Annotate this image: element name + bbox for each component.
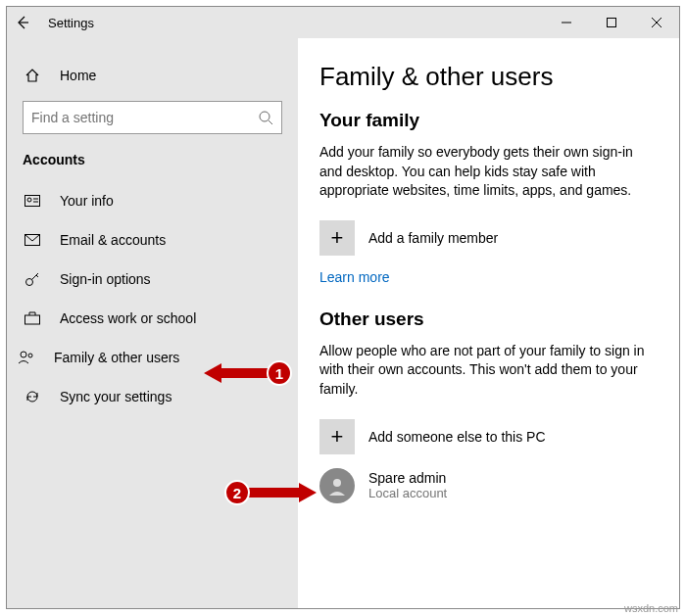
badge-icon xyxy=(23,195,42,207)
user-info: Spare admin Local account xyxy=(368,470,447,500)
annotation-arrow-1 xyxy=(204,360,272,386)
mail-icon xyxy=(23,234,42,246)
titlebar: Settings xyxy=(7,7,679,38)
sidebar-item-label: Your info xyxy=(60,193,114,209)
briefcase-icon xyxy=(23,311,42,325)
watermark: wsxdn.com xyxy=(624,602,678,614)
close-button[interactable] xyxy=(634,7,679,38)
family-desc: Add your family so everybody gets their … xyxy=(319,143,658,201)
svg-line-6 xyxy=(269,120,272,124)
plus-icon: + xyxy=(319,419,355,454)
window-controls xyxy=(544,7,679,38)
svg-marker-19 xyxy=(204,363,272,383)
user-type: Local account xyxy=(368,486,447,500)
sidebar-item-email[interactable]: Email & accounts xyxy=(7,220,298,260)
svg-line-14 xyxy=(36,275,38,277)
minimize-icon xyxy=(562,18,571,27)
svg-point-17 xyxy=(28,354,32,357)
learn-more-link[interactable]: Learn more xyxy=(319,269,658,285)
arrow-left-icon xyxy=(16,16,29,29)
sidebar-item-label: Access work or school xyxy=(60,310,196,326)
sidebar-item-label: Family & other users xyxy=(54,350,179,365)
page-title: Family & other users xyxy=(319,62,658,92)
minimize-button[interactable] xyxy=(544,7,589,38)
content-pane: Family & other users Your family Add you… xyxy=(298,38,679,608)
plus-icon: + xyxy=(319,220,355,256)
maximize-button[interactable] xyxy=(589,7,634,38)
annotation-arrow-2 xyxy=(248,480,317,505)
maximize-icon xyxy=(607,18,616,27)
back-button[interactable] xyxy=(7,16,38,29)
svg-point-8 xyxy=(27,198,31,202)
sidebar-item-signin[interactable]: Sign-in options xyxy=(7,260,298,299)
other-desc: Allow people who are not part of your fa… xyxy=(319,342,658,400)
svg-point-18 xyxy=(333,479,341,487)
sidebar: Home Accounts Your info Email & accounts… xyxy=(7,38,298,608)
annotation-badge-2: 2 xyxy=(224,480,250,505)
settings-window: Settings Home Accounts Your info xyxy=(6,6,680,609)
sidebar-item-work[interactable]: Access work or school xyxy=(7,299,298,338)
search-box[interactable] xyxy=(23,101,282,134)
avatar-icon xyxy=(319,468,355,503)
user-entry[interactable]: Spare admin Local account xyxy=(319,468,658,503)
window-title: Settings xyxy=(48,16,94,30)
svg-rect-15 xyxy=(25,315,40,324)
add-other-label: Add someone else to this PC xyxy=(368,429,546,445)
annotation-badge-1: 1 xyxy=(267,360,292,386)
search-input[interactable] xyxy=(31,110,258,125)
home-label: Home xyxy=(60,68,96,83)
svg-point-5 xyxy=(260,112,270,121)
key-icon xyxy=(23,271,42,287)
search-icon xyxy=(258,110,273,125)
svg-marker-20 xyxy=(248,483,317,502)
home-link[interactable]: Home xyxy=(7,56,298,95)
sync-icon xyxy=(23,389,42,404)
other-heading: Other users xyxy=(319,308,658,330)
close-icon xyxy=(652,18,662,27)
people-icon xyxy=(17,351,36,364)
sidebar-item-label: Sync your settings xyxy=(60,389,172,404)
add-family-label: Add a family member xyxy=(368,230,498,246)
svg-point-12 xyxy=(26,279,33,286)
family-heading: Your family xyxy=(319,110,658,131)
sidebar-item-label: Sign-in options xyxy=(60,271,151,287)
add-family-member[interactable]: + Add a family member xyxy=(319,220,658,256)
svg-point-16 xyxy=(21,352,26,357)
sidebar-item-label: Email & accounts xyxy=(60,232,166,248)
user-name: Spare admin xyxy=(368,470,447,486)
add-other-user[interactable]: + Add someone else to this PC xyxy=(319,419,658,454)
section-heading: Accounts xyxy=(7,152,298,181)
svg-rect-2 xyxy=(608,19,616,27)
sidebar-item-your-info[interactable]: Your info xyxy=(7,181,298,220)
home-icon xyxy=(23,68,42,83)
